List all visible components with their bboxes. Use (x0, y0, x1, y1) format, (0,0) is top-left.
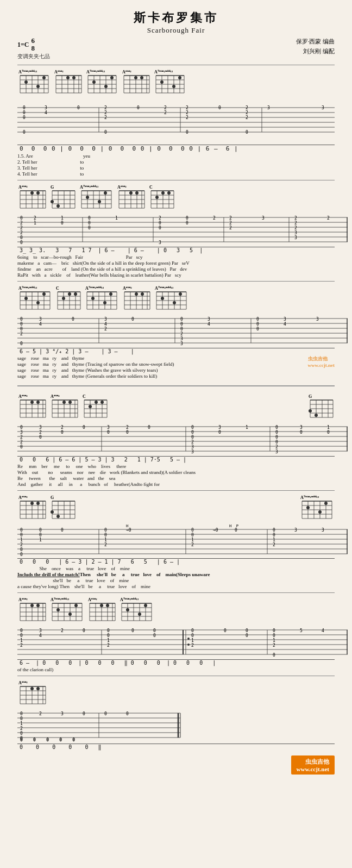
svg-text:2: 2 (294, 216, 297, 221)
svg-text:0: 0 (224, 628, 227, 633)
svg-text:0: 0 (275, 435, 278, 440)
svg-point-13 (36, 85, 40, 88)
chord-A7-8: A⁷ˢᵘˢ²ᵃᵈᵈ¹³ (299, 494, 335, 522)
svg-text:4: 4 (39, 322, 42, 327)
svg-text:3: 3 (180, 341, 183, 346)
svg-point-382 (309, 409, 312, 413)
svg-text:1: 1 (20, 538, 23, 542)
svg-point-442 (36, 502, 40, 505)
svg-text:A⁷ˢᵘˢ²ᵃᵈᵈ¹³: A⁷ˢᵘˢ²ᵃᵈᵈ¹³ (120, 597, 139, 602)
svg-text:0: 0 (20, 552, 23, 557)
svg-point-176 (161, 191, 165, 195)
notation-row-2: 3̲ 3̲ 3. 3 7 1 7 | 6 — | 6 — | 0 3 5 | (17, 247, 335, 253)
svg-text:Aˢᵘˢ²: Aˢᵘˢ² (51, 394, 60, 399)
svg-text:0: 0 (107, 633, 110, 638)
svg-text:2: 2 (104, 542, 107, 547)
chord-Asus2-final: Aˢᵘˢ² (17, 679, 47, 708)
svg-text:1: 1 (39, 538, 42, 542)
chord-Asus2-10: Aˢᵘˢ² (87, 596, 117, 625)
svg-text:3: 3 (191, 449, 194, 454)
svg-text:1: 1 (20, 638, 23, 643)
lyric-3-1: sage rose ma ry and thyme (17, 355, 335, 361)
svg-text:3: 3 (39, 628, 42, 633)
chord-Asus2-8: Aˢᵘˢ² (17, 494, 47, 522)
svg-point-70 (160, 80, 164, 84)
svg-text:0: 0 (235, 528, 237, 533)
svg-point-383 (315, 414, 318, 417)
svg-text:1: 1 (34, 221, 36, 226)
svg-point-42 (104, 85, 108, 88)
watermark-bottom-section: 虫虫吉他www.ccjt.net (17, 755, 335, 775)
svg-text:0: 0 (61, 528, 64, 533)
svg-text:2: 2 (20, 230, 23, 235)
svg-point-537 (68, 613, 72, 616)
svg-text:1: 1 (107, 638, 110, 643)
svg-text:0: 0 (131, 628, 134, 633)
svg-point-469 (318, 510, 322, 514)
svg-text:1: 1 (273, 538, 275, 542)
svg-point-12 (24, 80, 28, 84)
svg-text:0: 0 (20, 547, 23, 552)
svg-text:3: 3 (275, 449, 278, 454)
svg-point-623 (36, 687, 40, 690)
svg-point-261 (91, 297, 95, 300)
chord-A7-9: A⁷ˢᵘˢ²ᵃᵈᵈ¹³ (49, 596, 85, 625)
time-fraction: 6 8 (32, 37, 35, 53)
svg-text:1: 1 (20, 721, 23, 726)
svg-point-369 (95, 401, 98, 404)
chord-A7sus2add13-4: A⁷ˢᵘˢ²ᵃᵈᵈ¹³ (79, 184, 114, 212)
svg-text:0: 0 (20, 341, 23, 346)
svg-text:0: 0 (20, 445, 23, 449)
svg-text:2: 2 (273, 643, 275, 648)
svg-text:Aˢᵘˢ²: Aˢᵘˢ² (122, 70, 131, 74)
svg-text:Aˢᵘˢ²: Aˢᵘˢ² (18, 185, 28, 190)
lyric-line-4: 4. Tell her to (17, 171, 335, 177)
svg-point-341 (30, 401, 34, 404)
svg-point-56 (134, 76, 137, 79)
svg-text:0: 0 (20, 716, 23, 721)
chord-Asus2-5: Aˢᵘˢ² (122, 285, 152, 313)
lyric-5-4: a cause they've long) Then she'll be a t… (17, 584, 335, 589)
svg-point-536 (56, 608, 60, 611)
svg-text:3: 3 (61, 711, 64, 716)
svg-point-538 (74, 604, 78, 607)
svg-text:A⁷ˢᵘˢ²ᵃᵈᵈ¹³: A⁷ˢᵘˢ²ᵃᵈᵈ¹³ (18, 70, 37, 74)
svg-text:3: 3 (322, 105, 324, 110)
svg-text:2: 2 (191, 542, 194, 547)
svg-text:0: 0 (191, 425, 194, 430)
chord-row-5: Aˢᵘˢ² G (17, 494, 335, 522)
svg-text:2: 2 (275, 445, 278, 449)
svg-point-43 (110, 76, 114, 79)
svg-text:0: 0 (20, 533, 23, 538)
lyrics-section-6: of the clarion call) (17, 667, 335, 672)
svg-text:0: 0 (88, 221, 91, 226)
svg-text:0: 0 (180, 322, 183, 327)
svg-text:0: 0 (191, 628, 194, 633)
divider3 (17, 281, 335, 282)
divider5 (17, 592, 335, 593)
svg-text:3: 3 (294, 230, 297, 235)
tab-svg-2: 0 2 1 0 1 2 0 2 2 3 2 2 2 1 0 0 0 0 2 2 … (17, 214, 348, 246)
svg-text:0: 0 (186, 221, 188, 226)
lyric-4-3: Be tween the salt water and the sea (17, 476, 335, 481)
lyric-3-2: sage rose ma ry and thyme (Tracing of sp… (17, 361, 335, 367)
lyric-3-3: sage rose ma ry and thyme (Washes the gr… (17, 367, 335, 373)
notation-row-3: 6 — 5 | 3 ⁴/₄ 2 | 3 — | 3 — | (17, 348, 335, 354)
svg-text:0: 0 (191, 633, 194, 638)
svg-text:1: 1 (273, 638, 275, 643)
notation-row-5: 0 0 0 | 6 — 3 | 2 — 1 | 7 6 5 | 6 — | (17, 558, 335, 565)
chord-row-2: Aˢᵘˢ² G (17, 184, 335, 212)
svg-text:Aˢᵘˢ²: Aˢᵘˢ² (18, 680, 28, 685)
svg-text:0: 0 (20, 731, 23, 736)
svg-point-622 (30, 687, 34, 690)
svg-text:0: 0 (256, 322, 259, 327)
svg-point-72 (178, 76, 181, 79)
svg-text:2: 2 (20, 226, 23, 230)
svg-text:1: 1 (327, 425, 330, 430)
svg-text:Aˢᵘˢ²: Aˢᵘˢ² (18, 597, 28, 602)
meta-row: 1=C 6 8 变调夹夹七品 保罗·西蒙 编曲 刘兴刚 编配 (17, 37, 335, 61)
svg-text:2: 2 (126, 425, 129, 430)
chord-Asus2-7: Aˢᵘˢ² (49, 393, 79, 421)
svg-text:3: 3 (208, 317, 210, 322)
svg-point-276 (135, 292, 138, 296)
